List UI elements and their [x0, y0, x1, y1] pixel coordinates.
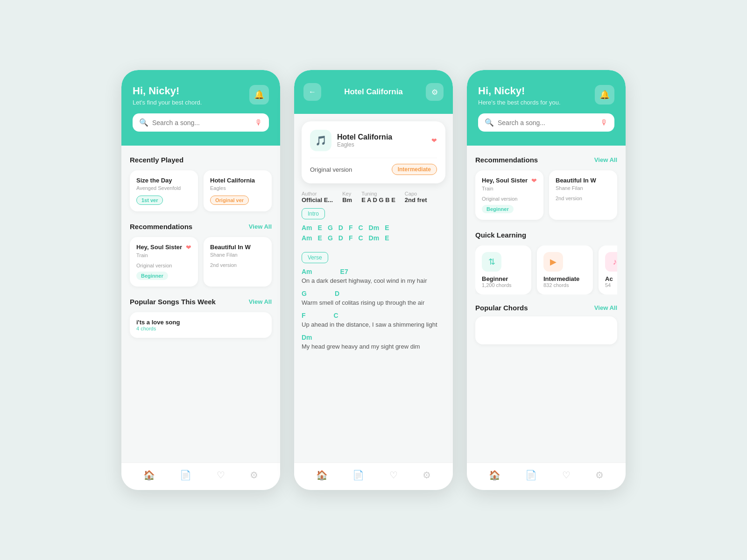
popular-songs-title: Popular Songs This Week: [130, 298, 216, 306]
meta-capo-value: 2nd fret: [405, 196, 427, 203]
quick-learning-cards: ⇅ Beginner 1,200 chords ▶ Intermediate 8…: [475, 245, 617, 294]
quick-learning-header: Quick Learning: [475, 231, 617, 239]
verse-section: Verse Am E7 On a dark desert highway, co…: [294, 252, 453, 363]
nav-list[interactable]: 📄: [180, 469, 191, 481]
popular-song-card-1[interactable]: i'ts a love song 4 chords: [130, 312, 272, 338]
recent-card-size-the-day[interactable]: Size the Day Avenged Sevenfold 1st ver: [130, 170, 198, 211]
version-label: Original version: [310, 166, 352, 173]
popular-songs-header: Popular Songs This Week View All: [130, 298, 272, 306]
screens-container: Hi, Nicky! Let's find your best chord. 🔔…: [121, 70, 626, 490]
right-rec-song-1: Hey, Soul Sister: [482, 177, 528, 184]
home-header: Hi, Nicky! Let's find your best chord. 🔔…: [121, 70, 280, 146]
right-rec-version-1: Original version: [482, 196, 537, 202]
nav-favorites[interactable]: ♡: [217, 469, 225, 481]
popular-chords-view-all[interactable]: View All: [594, 304, 617, 311]
meta-key-value: Bm: [342, 196, 352, 203]
home-rec-view-all[interactable]: View All: [249, 223, 272, 230]
home-body: Recently Played Size the Day Avenged Sev…: [121, 146, 280, 462]
verse-3-chords: F C: [302, 312, 445, 319]
verse-1-lyric: On a dark desert highway, cool wind in m…: [302, 277, 445, 284]
right-notification-button[interactable]: 🔔: [595, 85, 614, 105]
right-rec-artist-1: Train: [482, 186, 537, 191]
heart-icon-1: ❤: [186, 244, 191, 251]
home-bottom-nav: 🏠 📄 ♡ ⚙: [121, 462, 280, 490]
recent-artist-1: Avenged Sevenfold: [136, 185, 191, 191]
ql-level-advanced: Ac: [605, 275, 617, 282]
meta-author-value: Official E...: [302, 196, 333, 203]
right-rec-card-2[interactable]: Beautiful In W Shane Filan 2nd version: [549, 170, 617, 220]
right-rec-header: Recommendations View All: [475, 156, 617, 164]
home-rec-version-1: Original version: [136, 263, 191, 268]
right-search-input[interactable]: [498, 119, 597, 126]
right-rec-artist-2: Shane Filan: [556, 185, 611, 191]
right-subtitle: Here's the best chords for you.: [478, 99, 561, 106]
verse-3-lyric: Up ahead in the distance, I saw a shimme…: [302, 321, 445, 328]
home-rec-cards: Hey, Soul Sister ❤ Train Original versio…: [130, 237, 272, 287]
intro-tag: Intro: [302, 208, 325, 219]
intro-section: Intro Am E G D F C Dm E Am E G D F: [294, 208, 453, 252]
back-button[interactable]: ←: [303, 83, 321, 101]
home-rec-card-1[interactable]: Hey, Soul Sister ❤ Train Original versio…: [130, 237, 198, 287]
verse-4-lyric: My head grew heavy and my sight grew dim: [302, 343, 445, 350]
detail-nav-settings[interactable]: ⚙: [423, 469, 431, 481]
right-nav-home[interactable]: 🏠: [489, 469, 500, 481]
popular-chords-card: [475, 316, 617, 344]
heart-icon-detail[interactable]: ❤: [431, 137, 437, 144]
right-mic-icon[interactable]: 🎙: [600, 119, 608, 127]
song-detail-text: Hotel California Eagles: [337, 133, 392, 148]
meta-author: Author Official E...: [302, 191, 333, 203]
right-rec-card-1[interactable]: Hey, Soul Sister ❤ Train Original versio…: [475, 170, 543, 220]
intro-chord-line-1: Am E G D F C Dm E: [302, 224, 445, 231]
detail-nav-home[interactable]: 🏠: [316, 469, 328, 481]
detail-nav-favorites[interactable]: ♡: [389, 469, 398, 481]
right-rec-song-2: Beautiful In W: [556, 177, 596, 184]
meta-tuning-value: E A D G B E: [361, 196, 395, 203]
home-rec-version-2: 2nd version: [210, 262, 265, 268]
settings-button[interactable]: ⚙: [426, 83, 444, 101]
music-icon: 🎵: [310, 130, 331, 151]
mic-icon[interactable]: 🎙: [255, 119, 262, 127]
nav-home[interactable]: 🏠: [143, 469, 155, 481]
right-nav-settings[interactable]: ⚙: [595, 469, 604, 481]
ql-card-advanced[interactable]: ♪ Ac 54: [599, 245, 617, 294]
notification-button[interactable]: 🔔: [249, 85, 269, 105]
meta-key-label: Key: [342, 191, 352, 196]
song-metadata: Author Official E... Key Bm Tuning E A D…: [294, 191, 453, 208]
right-search-icon: 🔍: [485, 118, 494, 127]
ql-chords-intermediate: 832 chords: [543, 282, 586, 288]
recently-played-cards: Size the Day Avenged Sevenfold 1st ver H…: [130, 170, 272, 211]
search-icon: 🔍: [139, 118, 148, 127]
popular-chords-header: Popular Chords View All: [475, 304, 617, 312]
home-rec-artist-2: Shane Filan: [210, 252, 265, 258]
meta-capo: Capo 2nd fret: [405, 191, 427, 203]
ql-level-intermediate: Intermediate: [543, 275, 586, 282]
ql-card-intermediate[interactable]: ▶ Intermediate 832 chords: [537, 245, 593, 294]
version-row: Original version Intermediate: [310, 158, 437, 175]
right-rec-view-all[interactable]: View All: [594, 156, 617, 163]
ql-card-beginner[interactable]: ⇅ Beginner 1,200 chords: [475, 245, 531, 294]
meta-tuning-label: Tuning: [361, 191, 395, 196]
detail-song-title: Hotel California: [337, 133, 392, 141]
right-header: Hi, Nicky! Here's the best chords for yo…: [467, 70, 626, 146]
right-nav-favorites[interactable]: ♡: [562, 469, 571, 481]
popular-chords-title: Popular Chords: [475, 304, 528, 312]
home-search-input[interactable]: [152, 119, 251, 126]
verse-2-chords: G D: [302, 290, 445, 297]
meta-capo-label: Capo: [405, 191, 427, 196]
recent-card-hotel-california[interactable]: Hotel California Eagles Original ver: [204, 170, 272, 211]
right-rec-cards: Hey, Soul Sister ❤ Train Original versio…: [475, 170, 617, 220]
home-rec-card-2[interactable]: Beautiful In W Shane Filan 2nd version: [204, 237, 272, 287]
ql-chords-advanced: 54: [605, 282, 617, 288]
detail-nav-list[interactable]: 📄: [352, 469, 364, 481]
song-detail-card: 🎵 Hotel California Eagles ❤ Original ver…: [302, 121, 445, 183]
detail-heart: ❤: [431, 136, 437, 145]
verse-2: G D Warm smell of colitas rising up thro…: [302, 290, 445, 306]
right-nav-list[interactable]: 📄: [525, 469, 537, 481]
verse-1: Am E7 On a dark desert highway, cool win…: [302, 268, 445, 284]
verse-tag: Verse: [302, 252, 328, 263]
meta-key: Key Bm: [342, 191, 352, 203]
recent-artist-2: Eagles: [210, 185, 265, 191]
popular-song-name-1: i'ts a love song: [136, 319, 265, 326]
popular-songs-view-all[interactable]: View All: [249, 298, 272, 305]
nav-settings[interactable]: ⚙: [250, 469, 258, 481]
